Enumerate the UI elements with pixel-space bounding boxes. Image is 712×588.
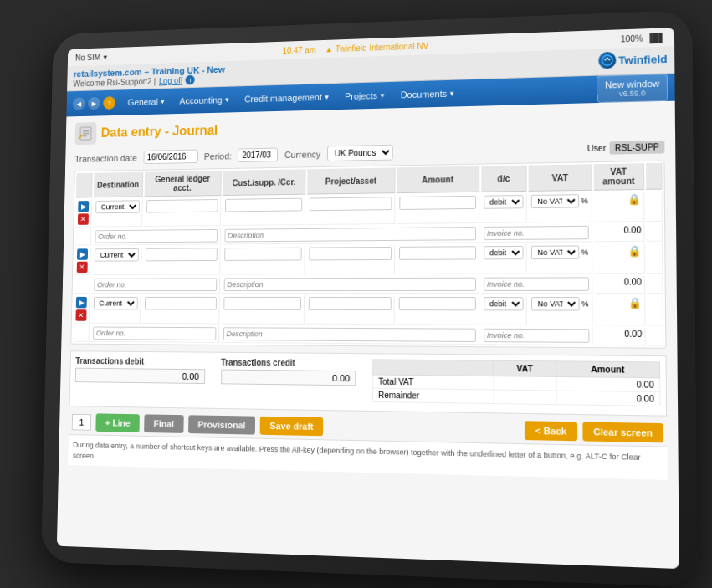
row-delete-icon[interactable]: ✕ <box>75 309 86 321</box>
transaction-date-label: Transaction date <box>74 152 137 163</box>
row-expand-icon[interactable]: ▶ <box>78 201 89 212</box>
add-line-button[interactable]: + Line <box>95 413 140 432</box>
new-window-button[interactable]: New window v6.59.0 <box>597 74 668 103</box>
vat-pct: % <box>581 299 589 308</box>
help-text-content: During data entry, a number of shortcut … <box>72 440 640 461</box>
description-input-1[interactable] <box>224 227 476 242</box>
cust-supp-input[interactable] <box>223 247 301 260</box>
table-row: ▶ ✕ Current <box>74 243 663 274</box>
row-expand-icon[interactable]: ▶ <box>75 296 86 307</box>
project-input[interactable] <box>310 197 392 211</box>
period-label: Period: <box>203 151 231 161</box>
vat-pct: % <box>581 197 587 205</box>
journal-table: Destination General ledger acct. Cust./s… <box>70 160 666 348</box>
destination-select[interactable]: Current <box>94 248 138 261</box>
order-no-input[interactable] <box>93 326 216 340</box>
page-title: Data entry - Journal <box>100 123 218 140</box>
transaction-date-input[interactable] <box>143 149 198 164</box>
currency-select[interactable]: UK Pounds <box>326 144 392 161</box>
table-subrow: 0.00 <box>74 275 663 294</box>
cust-supp-input[interactable] <box>224 197 302 212</box>
totals-section: Transactions debit 0.00 Transactions cre… <box>69 350 666 416</box>
col-dc: d/c <box>481 165 527 192</box>
amount-col-header: Amount <box>556 360 659 377</box>
content-area: Data entry - Journal Transaction date Pe… <box>56 100 679 568</box>
invoice-no-input-2[interactable] <box>484 277 589 291</box>
vat-select[interactable]: No VAT <box>531 245 579 259</box>
provisional-button[interactable]: Provisional <box>187 415 254 434</box>
destination-select[interactable]: Current <box>95 200 140 213</box>
cust-supp-input[interactable] <box>223 296 302 309</box>
twinfield-logo: Twinfield <box>597 49 667 69</box>
amount-input[interactable] <box>399 195 476 209</box>
vat-pct: % <box>581 248 587 256</box>
total-vat-label: Total VAT <box>372 374 493 389</box>
dc-select[interactable]: debit <box>484 297 523 310</box>
col-amount: Amount <box>397 166 479 193</box>
svg-point-0 <box>602 54 612 65</box>
nav-projects[interactable]: Projects ▼ <box>338 81 392 109</box>
amount-input[interactable] <box>398 246 475 260</box>
vat-col-header: VAT <box>493 360 556 376</box>
back-button[interactable]: < Back <box>525 421 577 441</box>
logo-circle <box>597 51 615 69</box>
clear-screen-button[interactable]: Clear screen <box>582 422 663 442</box>
page-icon <box>74 122 96 145</box>
nav-help-icon[interactable]: ? <box>103 96 115 110</box>
nav-back-icon[interactable]: ◀ <box>72 97 85 110</box>
save-draft-button[interactable]: Save draft <box>259 416 323 435</box>
dc-select[interactable]: debit <box>484 245 523 259</box>
project-input[interactable] <box>309 296 392 309</box>
col-gl: General ledger acct. <box>144 171 221 197</box>
user-label: User <box>587 143 606 153</box>
user-value: RSL-SUPP <box>609 141 664 155</box>
info-icon[interactable]: i <box>185 74 194 84</box>
amount-input[interactable] <box>398 297 475 310</box>
currency-label: Currency <box>284 148 320 159</box>
nav-credit-management[interactable]: Credit management ▼ <box>238 83 336 111</box>
description-input-3[interactable] <box>223 327 475 342</box>
time-display: 10:47 am <box>282 44 315 54</box>
table-subrow: 0.00 <box>73 325 663 345</box>
logoff-link[interactable]: Log off <box>158 75 182 84</box>
vat-select[interactable]: No VAT <box>531 194 579 208</box>
battery-icon: ▐█▌ <box>646 32 665 42</box>
period-input[interactable] <box>238 147 278 161</box>
wifi-icon: ▾ <box>103 52 107 60</box>
total-vat-value: 0.00 <box>556 376 659 391</box>
row-expand-icon[interactable]: ▶ <box>76 248 87 259</box>
vat-summary-table: VAT Amount Total VAT 0.00 <box>372 359 660 406</box>
destination-select[interactable]: Current <box>93 296 137 309</box>
dc-select[interactable]: debit <box>484 195 523 209</box>
line-number-input[interactable] <box>71 413 90 430</box>
row-delete-icon[interactable]: ✕ <box>76 261 87 272</box>
project-input[interactable] <box>309 246 391 259</box>
nav-accounting[interactable]: Accounting ▼ <box>172 86 236 114</box>
final-button[interactable]: Final <box>144 414 183 433</box>
svg-rect-1 <box>80 126 91 139</box>
row-delete-icon[interactable]: ✕ <box>77 213 88 224</box>
gl-account-input[interactable] <box>144 296 216 309</box>
nav-general[interactable]: General ▼ <box>120 88 172 115</box>
company-name: ▲ Twinfield International NV <box>325 40 428 53</box>
transactions-credit-value: 0.00 <box>220 369 356 386</box>
nav-documents[interactable]: Documents ▼ <box>393 79 462 108</box>
table-row: ▶ ✕ Current <box>73 294 663 325</box>
invoice-no-input-1[interactable] <box>484 225 589 239</box>
nav-forward-icon[interactable]: ▶ <box>87 96 100 109</box>
logo-text: Twinfield <box>618 52 668 66</box>
gl-account-input[interactable] <box>145 248 217 261</box>
col-cust: Cust./supp. /Ccr. <box>223 169 306 196</box>
lock-icon: 🔒 <box>627 244 641 257</box>
vat-select[interactable]: No VAT <box>531 297 580 311</box>
remainder-value: 0.00 <box>556 391 659 406</box>
remainder-label: Remainder <box>372 388 493 403</box>
col-destination: Destination <box>93 171 142 197</box>
gl-account-input[interactable] <box>146 199 218 213</box>
order-no-input[interactable] <box>95 228 217 243</box>
invoice-no-input-3[interactable] <box>483 328 589 342</box>
battery-label: 100% <box>620 33 643 43</box>
order-no-input[interactable] <box>94 278 217 291</box>
description-input-2[interactable] <box>223 277 475 290</box>
col-vat-amount: VAT amount <box>593 163 643 191</box>
